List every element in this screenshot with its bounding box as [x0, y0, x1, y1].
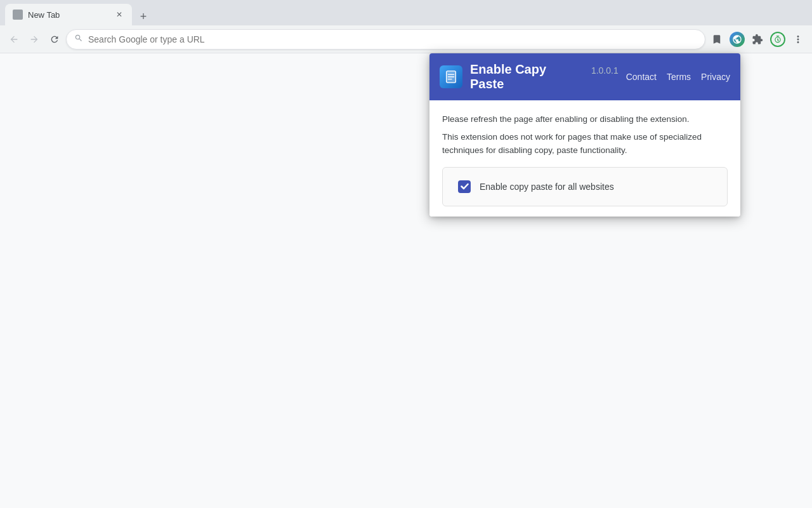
popup-app-title: Enable Capy Paste	[470, 62, 581, 91]
description-line2: This extension does not work for pages t…	[442, 131, 728, 157]
timer-icon	[770, 32, 785, 47]
chrome-menu-button[interactable]	[789, 30, 807, 48]
vpn-icon	[730, 32, 745, 47]
enable-copy-paste-checkbox[interactable]	[458, 180, 471, 193]
forward-button[interactable]	[25, 30, 43, 48]
tab-close-button[interactable]: ✕	[114, 10, 124, 20]
checkmark-icon	[461, 182, 469, 190]
active-tab[interactable]: New Tab ✕	[5, 4, 132, 25]
popup-title-area: Enable Capy Paste 1.0.0.1	[470, 62, 619, 91]
privacy-link[interactable]: Privacy	[701, 72, 730, 82]
contact-link[interactable]: Contact	[626, 72, 657, 82]
timer-extension-button[interactable]	[769, 30, 787, 48]
popup-nav: Contact Terms Privacy	[626, 72, 730, 82]
description-line1: Please refresh the page after enabling o…	[442, 113, 728, 126]
terms-link[interactable]: Terms	[667, 72, 691, 82]
search-icon	[74, 34, 83, 44]
extensions-button[interactable]	[749, 30, 766, 48]
browser-content: Enable Capy Paste 1.0.0.1 Contact Terms …	[0, 53, 812, 508]
extension-logo	[440, 65, 462, 88]
browser-title-bar: New Tab ✕ +	[0, 0, 812, 25]
tab-strip: New Tab ✕ +	[5, 0, 807, 25]
reload-button[interactable]	[46, 30, 63, 48]
popup-header: Enable Capy Paste 1.0.0.1 Contact Terms …	[429, 53, 740, 100]
browser-toolbar	[0, 25, 812, 53]
vpn-extension-button[interactable]	[728, 30, 746, 48]
url-input[interactable]	[88, 34, 697, 44]
bookmark-button[interactable]	[708, 30, 726, 48]
checkbox-card: Enable copy paste for all websites	[442, 167, 728, 206]
popup-body: Please refresh the page after enabling o…	[429, 100, 740, 217]
tab-title: New Tab	[28, 10, 109, 20]
toolbar-right	[708, 30, 807, 48]
back-button[interactable]	[5, 30, 23, 48]
new-tab-button[interactable]: +	[134, 8, 152, 25]
popup-version: 1.0.0.1	[591, 65, 619, 76]
checkbox-label: Enable copy paste for all websites	[480, 182, 614, 192]
tab-favicon-icon	[13, 10, 23, 20]
extension-popup: Enable Capy Paste 1.0.0.1 Contact Terms …	[429, 53, 740, 217]
address-bar[interactable]	[66, 29, 705, 50]
document-icon	[444, 70, 458, 84]
